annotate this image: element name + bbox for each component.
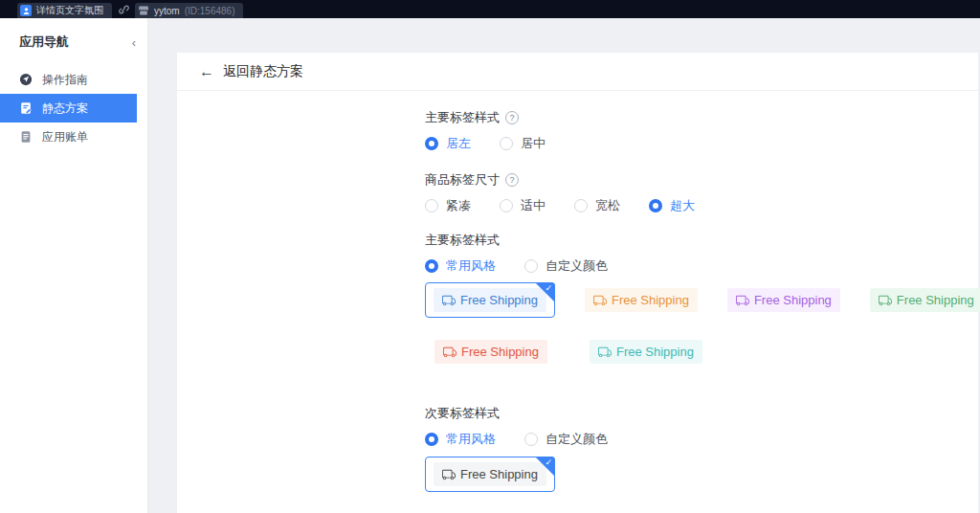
radio-label: 宽松	[595, 197, 620, 214]
group-label-text: 主要标签样式	[425, 109, 500, 126]
tag-text: Free Shipping	[460, 293, 538, 307]
radio-size-xl[interactable]: 超大	[649, 197, 695, 214]
tag-text: Free Shipping	[461, 345, 539, 359]
tag-text: Free Shipping	[612, 293, 689, 307]
radio-group-primary-style: 常用风格 自定义颜色	[425, 258, 978, 274]
preset-orange[interactable]: Free Shipping	[585, 288, 698, 312]
store-icon	[138, 5, 149, 16]
radio-size-medium[interactable]: 适中	[500, 197, 546, 214]
help-icon[interactable]: ?	[505, 173, 519, 187]
truck-icon	[736, 294, 749, 307]
radio-label: 自定义颜色	[546, 431, 608, 448]
truck-icon	[598, 346, 612, 359]
radio-size-loose[interactable]: 宽松	[574, 197, 620, 214]
sidebar-item-label: 静态方案	[42, 100, 88, 117]
tag-text: Free Shipping	[754, 293, 832, 307]
back-button[interactable]: ← 返回静态方案	[177, 53, 978, 91]
radio-align-left[interactable]: 居左	[425, 135, 471, 152]
truck-icon	[879, 294, 892, 307]
primary-preset-row-1: Free Shipping ✓ Free Shipping Free Shipp…	[425, 281, 978, 319]
sidebar-item-label: 应用账单	[42, 129, 88, 145]
sidebar-title: 应用导航	[19, 33, 69, 51]
link-icon	[118, 4, 129, 15]
main-panel: ← 返回静态方案 主要标签样式 ? 居左 居中 商品标签尺寸 ? 紧凑 适中 宽…	[177, 53, 978, 513]
group-label-text: 商品标签尺寸	[425, 171, 500, 189]
radio-icon	[500, 137, 513, 150]
check-icon: ✓	[545, 457, 552, 467]
radio-label: 常用风格	[446, 257, 496, 275]
radio-icon	[524, 433, 538, 446]
sidebar-item-billing[interactable]: 应用账单	[0, 123, 137, 151]
radio-custom-color[interactable]: 自定义颜色	[524, 257, 608, 275]
preset-teal[interactable]: Free Shipping	[590, 340, 702, 364]
radio-label: 居左	[446, 135, 471, 152]
back-label: 返回静态方案	[223, 63, 303, 80]
radio-label: 超大	[670, 197, 695, 214]
topbar: 详情页文字氛围 yytom (ID:156486)	[0, 0, 980, 18]
radio-icon	[574, 199, 588, 212]
radio-icon	[649, 199, 662, 212]
group-label-text: 次要标签样式	[425, 405, 500, 422]
group-label-align: 主要标签样式 ?	[425, 110, 978, 124]
sidebar-item-scheme[interactable]: 静态方案	[0, 94, 137, 123]
sidebar-item-label: 操作指南	[42, 72, 88, 88]
secondary-preset-row: Free Shipping ✓	[425, 457, 978, 492]
radio-icon	[500, 199, 513, 212]
radio-icon	[425, 433, 438, 446]
radio-size-compact[interactable]: 紧凑	[425, 197, 471, 214]
preset-purple[interactable]: Free Shipping	[727, 288, 840, 312]
check-icon: ✓	[545, 283, 552, 293]
radio-group-align: 居左 居中	[425, 136, 978, 151]
tag-text: Free Shipping	[460, 467, 538, 481]
document-edit-icon	[19, 101, 33, 115]
radio-icon	[425, 137, 438, 150]
radio-icon	[425, 259, 438, 273]
tag-sample-blue: Free Shipping	[434, 288, 546, 312]
collapse-icon[interactable]: ‹	[132, 35, 136, 50]
bill-icon	[19, 130, 33, 144]
truck-icon	[593, 294, 607, 307]
primary-preset-row-2: Free Shipping Free Shipping	[434, 340, 978, 364]
truck-icon	[442, 468, 456, 481]
preset-green[interactable]: Free Shipping	[870, 288, 980, 312]
back-arrow-icon: ←	[199, 63, 214, 80]
radio-label: 常用风格	[446, 431, 496, 448]
radio-secondary-common-style[interactable]: 常用风格	[425, 431, 496, 448]
app-tab-label: 详情页文字氛围	[36, 4, 103, 17]
shop-name: yytom	[154, 6, 180, 16]
tag-sample-gray: Free Shipping	[434, 462, 546, 486]
radio-label: 适中	[521, 197, 546, 214]
app-user-icon	[20, 5, 32, 16]
preset-blue-selected[interactable]: Free Shipping ✓	[425, 282, 555, 318]
preset-red[interactable]: Free Shipping	[434, 340, 547, 364]
tag-text: Free Shipping	[897, 293, 974, 307]
tab-app[interactable]: 详情页文字氛围	[17, 3, 112, 18]
sidebar: 应用导航 ‹ 操作指南 静态方案 应用账单	[0, 18, 148, 513]
radio-icon	[425, 199, 438, 212]
radio-align-center[interactable]: 居中	[500, 135, 546, 152]
group-label-primary-style: 主要标签样式	[425, 233, 978, 247]
radio-group-secondary-style: 常用风格 自定义颜色	[425, 432, 978, 447]
preset-gray-selected[interactable]: Free Shipping ✓	[425, 457, 555, 492]
group-label-secondary-style: 次要标签样式	[425, 406, 978, 420]
radio-icon	[524, 259, 538, 273]
shop-id: (ID:156486)	[185, 6, 235, 16]
radio-label: 紧凑	[446, 197, 471, 214]
radio-group-size: 紧凑 适中 宽松 超大	[425, 198, 978, 213]
tab-shop[interactable]: yytom (ID:156486)	[135, 3, 243, 18]
truck-icon	[443, 346, 457, 359]
truck-icon	[442, 294, 456, 307]
radio-common-style[interactable]: 常用风格	[425, 257, 496, 275]
tag-text: Free Shipping	[616, 345, 694, 359]
radio-label: 自定义颜色	[546, 257, 608, 275]
group-label-text: 主要标签样式	[425, 232, 500, 249]
help-icon[interactable]: ?	[505, 111, 519, 124]
settings-form: 主要标签样式 ? 居左 居中 商品标签尺寸 ? 紧凑 适中 宽松 超大 主要标签…	[177, 91, 978, 492]
sidebar-item-guide[interactable]: 操作指南	[0, 65, 137, 94]
radio-label: 居中	[521, 135, 546, 152]
group-label-size: 商品标签尺寸 ?	[425, 172, 978, 187]
radio-secondary-custom-color[interactable]: 自定义颜色	[524, 431, 608, 448]
compass-icon	[19, 73, 33, 86]
